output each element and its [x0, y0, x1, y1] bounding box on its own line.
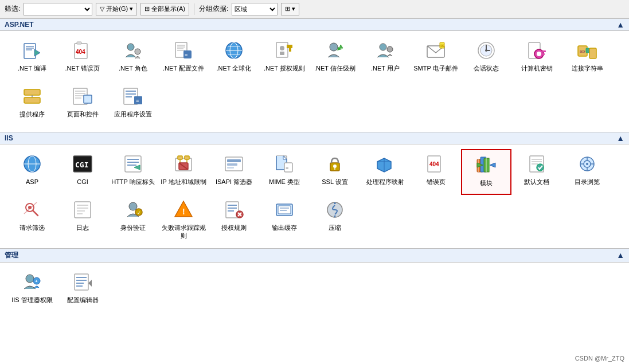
svg-text:≡: ≡	[136, 98, 139, 104]
icon-label-net-role: .NET 角色	[119, 64, 147, 72]
connect-string-icon: ab	[576, 39, 599, 62]
icon-item-http-response[interactable]: HTTP 响应标头	[108, 149, 158, 195]
handler-map-icon	[374, 152, 397, 175]
icon-item-default-doc[interactable]: 默认文档	[511, 149, 562, 195]
icon-label-smtp: SMTP 电子邮件	[413, 64, 458, 72]
icon-item-net-trust[interactable]: .NET 信任级别	[310, 36, 360, 81]
icon-item-net-role[interactable]: .NET 角色	[108, 36, 158, 81]
net-auth-icon	[273, 39, 296, 62]
net-users-icon	[374, 39, 397, 62]
icon-item-net-auth-rules[interactable]: .NET 授权规则	[259, 36, 310, 81]
svg-point-89	[333, 165, 337, 168]
icon-item-smtp[interactable]: ✉ SMTP 电子邮件	[411, 36, 461, 81]
icon-item-cgi[interactable]: CGI CGI	[57, 149, 108, 195]
auth-rules-icon	[222, 198, 245, 221]
icon-item-net-config[interactable]: ≡ .NET 配置文件	[158, 36, 209, 81]
svg-rect-81	[227, 159, 241, 162]
ip-restrict-icon	[172, 152, 195, 175]
asp-icon	[21, 152, 44, 175]
icon-item-iis-admin[interactable]: + IIS 管理器权限	[7, 267, 57, 313]
icons-grid-iis: ASP CGI CGI HTTP 响应标头 IP 地址和域限制 ISAPI 筛选…	[0, 144, 629, 248]
icon-item-dir-browse[interactable]: 目录浏览	[562, 149, 612, 195]
svg-rect-82	[227, 163, 237, 166]
svg-rect-83	[227, 167, 234, 169]
section-iis: IIS ▲ ASP CGI CGI HTTP 响应标头 IP 地址和域限制	[0, 132, 629, 248]
svg-rect-42	[542, 50, 546, 52]
svg-marker-4	[34, 49, 40, 56]
section-label-management: 管理	[5, 251, 18, 260]
svg-rect-43	[542, 53, 545, 55]
icon-label-dir-browse: 目录浏览	[575, 178, 600, 186]
svg-point-125	[129, 202, 137, 210]
icon-label-net-compile: .NET 编译	[18, 64, 46, 72]
icon-label-modules: 模块	[480, 179, 493, 187]
icon-item-net-error-page[interactable]: 404 .NET 错误页	[57, 36, 108, 81]
svg-rect-6	[77, 42, 81, 44]
icon-item-config-editor[interactable]: 配置编辑器	[57, 267, 108, 313]
collapse-btn-iis[interactable]: ▲	[616, 134, 624, 143]
fail-req-icon: !	[172, 198, 195, 221]
icon-item-isapi-filter[interactable]: ISAPI 筛选器	[209, 149, 259, 195]
svg-text:≡: ≡	[185, 52, 187, 58]
auth-icon: ✓	[122, 198, 144, 221]
icon-item-net-compile[interactable]: .NET 编译	[7, 36, 57, 81]
icon-item-modules[interactable]: 模块	[461, 149, 511, 195]
icon-item-ip-restrict[interactable]: IP 地址和域限制	[158, 149, 209, 195]
section-header-aspnet: ASP.NET ▲	[0, 18, 629, 31]
icon-item-ssl[interactable]: SSL 设置	[310, 149, 360, 195]
icon-item-req-filter[interactable]: 请求筛选	[7, 195, 57, 244]
group-select[interactable]: 区域	[232, 3, 278, 15]
icon-item-net-users[interactable]: .NET 用户	[360, 36, 411, 81]
net-trust-icon	[323, 39, 346, 62]
icon-label-auth-rules: 授权规则	[221, 224, 247, 232]
icon-item-compress[interactable]: 压缩	[310, 195, 360, 244]
icon-item-connect-string[interactable]: ab 连接字符串	[562, 36, 612, 81]
icon-item-output-cache[interactable]: 输出缓存	[259, 195, 310, 244]
icon-item-error-page[interactable]: 404 错误页	[411, 149, 461, 195]
show-all-button[interactable]: ⊞ 全部显示(A)	[140, 3, 189, 15]
view-toggle-button[interactable]: ⊞ ▾	[281, 3, 299, 15]
icon-item-handler-map[interactable]: 处理程序映射	[360, 149, 411, 195]
icon-label-fail-req: 失败请求跟踪规则	[161, 224, 206, 240]
separator	[194, 3, 194, 15]
app-settings-icon: ≡	[122, 85, 144, 108]
svg-point-108	[537, 164, 544, 171]
dropdown-arrow: ▾	[130, 5, 133, 13]
icon-item-app-settings[interactable]: ≡ 应用程序设置	[108, 81, 158, 127]
icon-label-connect-string: 连接字符串	[572, 64, 603, 72]
icon-item-mime-type[interactable]: ≡ MIME 类型	[259, 149, 310, 195]
icon-item-fail-req[interactable]: ! 失败请求跟踪规则	[158, 195, 209, 244]
start-button[interactable]: ▽ 开始(G) ▾	[96, 3, 137, 15]
icon-item-log[interactable]: 日志	[57, 195, 108, 244]
smtp-icon: ✉	[424, 39, 447, 62]
icon-label-error-page: 错误页	[427, 178, 446, 186]
modules-icon	[475, 154, 498, 177]
net-config-icon: ≡	[172, 39, 195, 62]
svg-point-30	[387, 46, 393, 52]
svg-marker-102	[490, 163, 495, 167]
icon-item-page-control[interactable]: 页面和控件	[57, 81, 108, 127]
icon-item-auth-rules[interactable]: 授权规则	[209, 195, 259, 244]
net-error-icon: 404	[71, 39, 94, 62]
filter-label: 筛选:	[5, 4, 20, 14]
icon-label-provider: 提供程序	[19, 110, 45, 118]
icon-item-net-global[interactable]: .NET 全球化	[209, 36, 259, 81]
icon-label-http-response: HTTP 响应标头	[111, 178, 155, 186]
session-icon	[475, 39, 498, 62]
collapse-btn-management[interactable]: ▲	[616, 251, 624, 260]
icon-label-handler-map: 处理程序映射	[366, 178, 404, 186]
filter-select[interactable]	[24, 3, 92, 15]
svg-point-111	[586, 163, 588, 165]
output-cache-icon	[273, 198, 296, 221]
icon-item-provider[interactable]: 提供程序	[7, 81, 57, 127]
icon-item-auth[interactable]: ✓ 身份验证	[108, 195, 158, 244]
icon-label-net-global: .NET 全球化	[217, 64, 252, 72]
icon-item-session[interactable]: 会话状态	[461, 36, 511, 81]
group-label: 分组依据:	[199, 4, 228, 14]
icon-item-asp[interactable]: ASP	[7, 149, 57, 195]
svg-rect-75	[185, 156, 189, 159]
svg-point-143	[26, 275, 34, 283]
icon-label-isapi-filter: ISAPI 筛选器	[216, 178, 252, 186]
icon-item-machine-key[interactable]: 计算机密钥	[511, 36, 562, 81]
collapse-btn-aspnet[interactable]: ▲	[616, 20, 624, 29]
